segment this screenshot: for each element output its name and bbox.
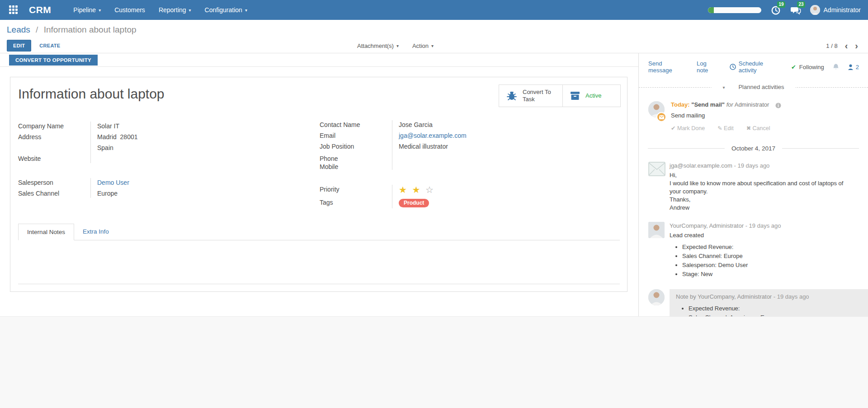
field-job-position: Job Position Medical illustrator (320, 141, 519, 152)
notebook: Internal Notes Extra Info (18, 224, 620, 284)
followers-button[interactable]: 2 (848, 64, 859, 70)
activity-detail: Send mailing (671, 112, 781, 119)
message-author[interactable]: jga@solar.example.com (670, 162, 732, 169)
chatter-panel: Send message Log note Schedule activity … (638, 53, 868, 316)
lead-title: Information about laptop (18, 86, 165, 102)
form-view: CONVERT TO OPPORTUNITY Information about… (0, 53, 638, 316)
field-salesperson: Salesperson Demo User (18, 177, 303, 188)
field-address-country: Spain (18, 142, 303, 153)
chatter-toolbar: Send message Log note Schedule activity … (639, 53, 868, 78)
field-company-name: Company Name Solar IT (18, 121, 303, 131)
message-body-line: Lead created (670, 231, 854, 239)
star-filled-icon[interactable]: ★ (412, 185, 422, 195)
activity-count-badge: 19 (777, 1, 785, 8)
chevron-down-icon: ▾ (717, 85, 730, 90)
planned-activities-header: ▾Planned activities (639, 84, 868, 90)
field-website: Website (18, 153, 303, 164)
menu-configuration[interactable]: Configuration ▾ (198, 0, 254, 20)
breadcrumb-leads-link[interactable]: Leads (7, 25, 30, 34)
statusbar: CONVERT TO OPPORTUNITY (0, 53, 638, 67)
message-time: - 19 days ago (745, 222, 781, 229)
bell-icon[interactable] (832, 63, 840, 70)
menu-customers[interactable]: Customers (108, 0, 152, 20)
pager-next-icon[interactable]: › (855, 43, 858, 49)
bug-icon (506, 91, 517, 101)
main-menu: Pipeline ▾ Customers Reporting ▾ Configu… (66, 0, 254, 20)
message-body-line: Andrew (670, 204, 854, 212)
send-message-button[interactable]: Send message (648, 60, 685, 74)
cross-icon: ✖ (746, 125, 751, 131)
job-position-value[interactable]: Medical illustrator (392, 141, 448, 152)
following-toggle[interactable]: ✔ Following (791, 64, 824, 70)
action-dropdown[interactable]: Action ▾ (412, 42, 434, 49)
edit-activity-button[interactable]: ✎ Edit (717, 125, 734, 131)
message-header: jga@solar.example.com - 19 days ago (670, 162, 854, 170)
chevron-down-icon: ▾ (99, 8, 101, 13)
message-lead-created: YourCompany, Administrator - 19 days ago… (639, 216, 868, 284)
salesperson-link[interactable]: Demo User (97, 179, 129, 186)
tag-product[interactable]: Product (399, 199, 429, 207)
user-avatar (810, 5, 820, 15)
tab-internal-notes[interactable]: Internal Notes (18, 224, 74, 240)
address-city-zip-value[interactable]: Madrid 28001 (90, 131, 138, 142)
tracking-value: Salesperson: Demo User (682, 261, 854, 269)
chevron-down-icon: ▾ (245, 8, 247, 13)
app-title: CRM (29, 5, 51, 15)
active-toggle-button[interactable]: Active (562, 85, 620, 107)
message-email: jga@solar.example.com - 19 days ago Hi, … (639, 156, 868, 216)
message-author[interactable]: Note by YourCompany, Administrator (676, 293, 772, 300)
message-body-line: Hi, (670, 171, 854, 179)
schedule-activity-button[interactable]: Schedule activity (730, 60, 780, 74)
cancel-activity-button[interactable]: ✖ Cancel (746, 125, 770, 131)
tracking-value: Expected Revenue: (682, 243, 854, 251)
star-filled-icon[interactable]: ★ (399, 185, 408, 195)
check-icon: ✔ (671, 125, 675, 131)
tab-extra-info[interactable]: Extra Info (74, 224, 118, 240)
top-navbar: CRM Pipeline ▾ Customers Reporting ▾ Con… (0, 0, 868, 20)
priority-stars[interactable]: ★ ★ ☆ (392, 184, 435, 196)
tracking-values: Expected Revenue: Sales Channel: Europe … (682, 243, 854, 278)
sales-channel-value[interactable]: Europe (90, 188, 118, 199)
breadcrumb-current: Information about laptop (44, 25, 137, 34)
chevron-down-icon: ▾ (431, 43, 434, 48)
company-name-value[interactable]: Solar IT (90, 121, 119, 131)
menu-pipeline[interactable]: Pipeline ▾ (66, 0, 108, 20)
control-panel: Leads / Information about laptop EDIT CR… (0, 20, 868, 53)
email-link[interactable]: jga@solar.example.com (399, 132, 467, 139)
tracking-value: Expected Revenue: (689, 305, 862, 313)
edit-button[interactable]: EDIT (7, 40, 31, 52)
clock-icon (730, 64, 736, 70)
address-country-value[interactable]: Spain (90, 142, 113, 153)
phone-value[interactable] (392, 155, 399, 155)
systray-progressbar (708, 7, 761, 13)
convert-to-task-button[interactable]: Convert To Task (499, 85, 562, 107)
internal-notes-content[interactable] (18, 240, 620, 284)
contact-name-value[interactable]: Jose Garcia (392, 119, 433, 130)
breadcrumb-separator: / (36, 25, 38, 34)
messages-systray-button[interactable]: 23 (790, 5, 801, 15)
log-note-button[interactable]: Log note (697, 60, 718, 74)
person-icon (848, 64, 854, 70)
user-menu[interactable]: Administrator (810, 5, 861, 15)
star-empty-icon[interactable]: ☆ (425, 185, 435, 195)
pager-previous-icon[interactable]: ‹ (845, 43, 848, 49)
apps-menu-icon[interactable] (9, 5, 18, 14)
menu-reporting[interactable]: Reporting ▾ (152, 0, 198, 20)
contact-info-group: Contact Name Jose Garcia Email jga@solar… (320, 119, 519, 171)
activities-systray-button[interactable]: 19 (770, 5, 781, 15)
info-icon[interactable] (775, 102, 781, 109)
pager-value: 1 / 8 (826, 42, 837, 49)
message-body-line: I would like to know more about specific… (670, 179, 854, 196)
tracking-value: Sales Channel: Europe (682, 252, 854, 260)
create-button[interactable]: CREATE (37, 40, 63, 51)
message-author[interactable]: YourCompany, Administrator (670, 222, 744, 229)
mobile-value[interactable] (392, 163, 399, 164)
convert-to-opportunity-button[interactable]: CONVERT TO OPPORTUNITY (9, 55, 98, 66)
field-sales-channel: Sales Channel Europe (18, 188, 303, 199)
website-value[interactable] (90, 153, 97, 157)
message-note: Note by YourCompany, Administrator - 19 … (639, 284, 868, 316)
pencil-icon: ✎ (717, 125, 722, 131)
mark-done-button[interactable]: ✔ Mark Done (671, 125, 705, 131)
attachments-dropdown[interactable]: Attachment(s) ▾ (357, 42, 399, 49)
field-tags: Tags Product (320, 197, 519, 209)
